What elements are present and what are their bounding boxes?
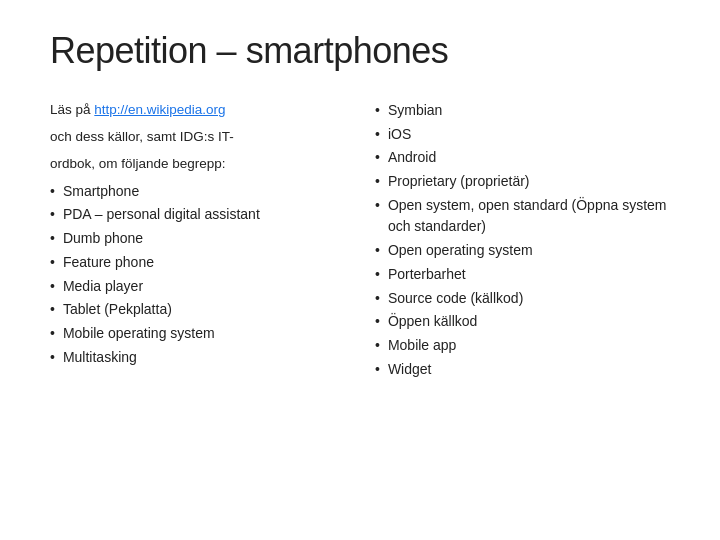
list-item: Smartphone xyxy=(50,181,345,203)
list-item: Öppen källkod xyxy=(375,311,670,333)
content-area: Läs på http://en.wikipedia.org och dess … xyxy=(50,100,670,510)
list-item-text: Widget xyxy=(388,359,432,381)
list-item-text: Source code (källkod) xyxy=(388,288,523,310)
slide-title: Repetition – smartphones xyxy=(50,30,670,72)
list-item-text: Mobile app xyxy=(388,335,457,357)
list-item-text: Öppen källkod xyxy=(388,311,478,333)
list-item: Widget xyxy=(375,359,670,381)
list-item: Open system, open standard (Öppna system… xyxy=(375,195,670,238)
list-item-text: Open system, open standard (Öppna system… xyxy=(388,195,670,238)
list-item-text: Porterbarhet xyxy=(388,264,466,286)
list-item: Mobile operating system xyxy=(50,323,345,345)
list-item-text: Tablet (Pekplatta) xyxy=(63,299,172,321)
list-item-text: Feature phone xyxy=(63,252,154,274)
list-item: Tablet (Pekplatta) xyxy=(50,299,345,321)
left-list: SmartphonePDA – personal digital assista… xyxy=(50,181,345,369)
list-item: Android xyxy=(375,147,670,169)
list-item-text: Open operating system xyxy=(388,240,533,262)
list-item-text: Multitasking xyxy=(63,347,137,369)
list-item: Dumb phone xyxy=(50,228,345,250)
intro-line2: och dess källor, samt IDG:s IT- xyxy=(50,127,345,148)
left-column: Läs på http://en.wikipedia.org och dess … xyxy=(50,100,345,510)
list-item: Open operating system xyxy=(375,240,670,262)
slide: Repetition – smartphones Läs på http://e… xyxy=(0,0,720,540)
intro-text-before-link: Läs på xyxy=(50,102,94,117)
list-item: Multitasking xyxy=(50,347,345,369)
list-item-text: Symbian xyxy=(388,100,442,122)
list-item: Feature phone xyxy=(50,252,345,274)
list-item: Proprietary (proprietär) xyxy=(375,171,670,193)
list-item: Mobile app xyxy=(375,335,670,357)
list-item: iOS xyxy=(375,124,670,146)
list-item-text: iOS xyxy=(388,124,411,146)
list-item-text: Media player xyxy=(63,276,143,298)
list-item-text: Android xyxy=(388,147,436,169)
list-item: Porterbarhet xyxy=(375,264,670,286)
list-item-text: PDA – personal digital assistant xyxy=(63,204,260,226)
intro-line3: ordbok, om följande begrepp: xyxy=(50,154,345,175)
list-item: PDA – personal digital assistant xyxy=(50,204,345,226)
list-item: Media player xyxy=(50,276,345,298)
list-item-text: Proprietary (proprietär) xyxy=(388,171,530,193)
list-item: Symbian xyxy=(375,100,670,122)
list-item-text: Dumb phone xyxy=(63,228,143,250)
wikipedia-link[interactable]: http://en.wikipedia.org xyxy=(94,102,225,117)
intro-paragraph: Läs på http://en.wikipedia.org xyxy=(50,100,345,121)
right-list: SymbianiOSAndroidProprietary (proprietär… xyxy=(375,100,670,380)
list-item-text: Smartphone xyxy=(63,181,139,203)
right-column: SymbianiOSAndroidProprietary (proprietär… xyxy=(375,100,670,510)
list-item-text: Mobile operating system xyxy=(63,323,215,345)
list-item: Source code (källkod) xyxy=(375,288,670,310)
